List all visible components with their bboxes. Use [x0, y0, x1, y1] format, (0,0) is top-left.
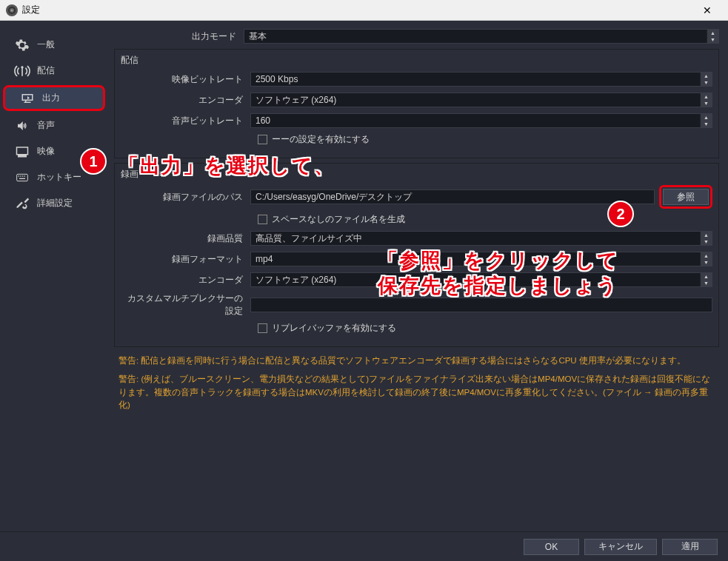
ok-button[interactable]: OK	[524, 539, 579, 555]
sidebar-item-label: 一般	[37, 38, 55, 51]
recording-path-input[interactable]	[250, 189, 655, 204]
chevron-up-icon[interactable]: ▲	[707, 30, 718, 36]
svg-rect-4	[19, 175, 19, 176]
warning-1: 警告: 配信と録画を同時に行う場合に配信と異なる品質でソフトウェアエンコーダで録…	[114, 352, 719, 370]
recording-encoder-label: エンコーダ	[121, 274, 250, 286]
sidebar-item-label: 出力	[42, 92, 60, 104]
titlebar: 設定 ✕	[0, 0, 728, 21]
annotation-text-2: 「参照」をクリックして 保存先を指定しましょう	[378, 249, 619, 299]
svg-point-2	[11, 9, 13, 11]
sidebar-item-stream[interactable]: 配信	[0, 58, 108, 84]
streaming-title: 配信	[121, 54, 712, 67]
replay-buffer-checkbox[interactable]	[258, 323, 267, 333]
gear-icon	[13, 38, 31, 53]
svg-rect-8	[19, 178, 25, 178]
cancel-button[interactable]: キャンセル	[584, 539, 657, 555]
sidebar-item-general[interactable]: 一般	[0, 32, 108, 58]
audio-bitrate-select[interactable]: 160▲▼	[250, 113, 712, 128]
svg-rect-6	[22, 175, 23, 176]
sidebar-item-label: 映像	[37, 145, 55, 158]
speaker-icon	[13, 118, 31, 133]
streaming-section: 配信 映像ビットレート 2500 Kbps▲▼ エンコーダ ソフトウェア (x2…	[114, 49, 719, 158]
svg-rect-5	[20, 175, 21, 176]
sidebar-item-label: 配信	[37, 64, 55, 77]
streaming-encoder-select[interactable]: ソフトウェア (x264)▲▼	[250, 93, 712, 107]
sidebar-item-label: 詳細設定	[37, 197, 73, 209]
apply-button[interactable]: 適用	[662, 539, 718, 555]
audio-bitrate-label: 音声ビットレート	[121, 115, 250, 127]
annotation-text-1: 「出力」を選択して、	[118, 154, 335, 179]
video-bitrate-input[interactable]: 2500 Kbps▲▼	[250, 72, 712, 87]
warning-2: 警告: (例えば、ブルースクリーン、電力損失などの結果として)ファイルをファイナ…	[114, 370, 719, 414]
output-icon	[19, 91, 36, 106]
antenna-icon	[13, 64, 31, 78]
sidebar-item-advanced[interactable]: 詳細設定	[0, 190, 108, 216]
replay-buffer-label: リプレイバッファを有効にする	[272, 322, 396, 335]
advanced-encoder-checkbox[interactable]	[258, 135, 267, 144]
svg-rect-3	[17, 174, 28, 181]
recording-format-label: 録画フォーマット	[121, 253, 250, 266]
annotation-badge-2: 2	[607, 201, 634, 227]
tools-icon	[13, 196, 31, 211]
monitor-icon	[13, 144, 31, 159]
footer: OK キャンセル 適用	[0, 531, 728, 561]
muxer-label: カスタムマルチプレクサーの設定	[121, 292, 250, 318]
sidebar: 一般 配信 出力 音声 映像 ホットキー 詳細設定	[0, 21, 108, 531]
muxer-input[interactable]	[250, 298, 712, 312]
svg-rect-7	[24, 175, 25, 176]
no-space-checkbox[interactable]	[258, 215, 267, 224]
recording-quality-label: 録画品質	[121, 232, 250, 245]
annotation-badge-1: 1	[80, 148, 107, 175]
close-icon[interactable]: ✕	[692, 4, 722, 16]
keyboard-icon	[13, 170, 31, 185]
app-icon	[6, 4, 18, 16]
recording-quality-select[interactable]: 高品質、ファイルサイズ中▲▼	[250, 231, 712, 246]
sidebar-item-label: 音声	[37, 119, 55, 132]
output-mode-select[interactable]: 基本 ▲▼	[244, 29, 719, 44]
chevron-down-icon[interactable]: ▼	[707, 36, 718, 43]
sidebar-item-output[interactable]: 出力	[3, 85, 105, 111]
output-mode-label: 出力モード	[114, 30, 244, 43]
sidebar-item-label: ホットキー	[37, 171, 81, 184]
advanced-encoder-label: ーーの設定を有効にする	[272, 133, 370, 146]
recording-path-label: 録画ファイルのパス	[121, 191, 250, 204]
streaming-encoder-label: エンコーダ	[121, 94, 250, 107]
window-title: 設定	[22, 4, 692, 16]
browse-button[interactable]: 参照	[663, 189, 709, 205]
video-bitrate-label: 映像ビットレート	[121, 73, 250, 86]
no-space-label: スペースなしのファイル名を生成	[272, 213, 405, 226]
sidebar-item-audio[interactable]: 音声	[0, 112, 108, 138]
